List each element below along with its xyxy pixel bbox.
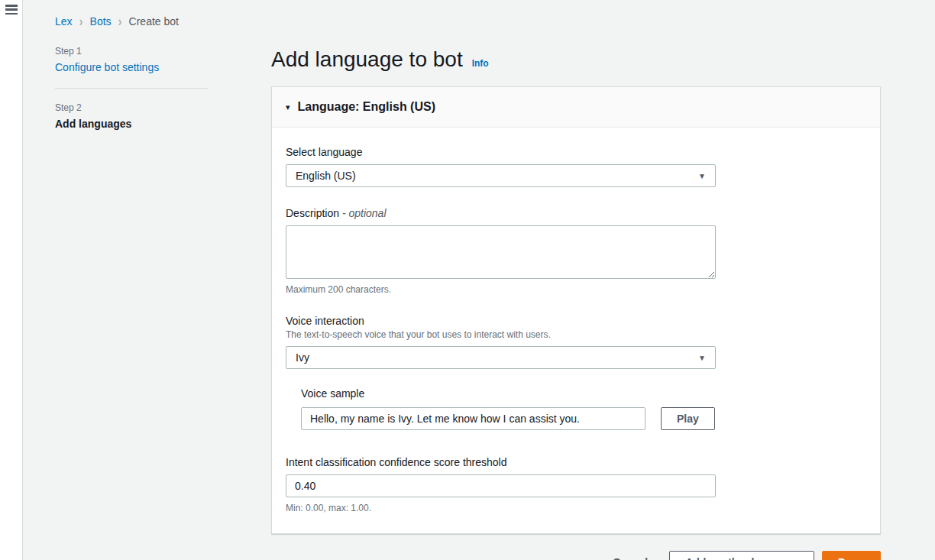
description-group: Description - optional Maximum 200 chara… [286,207,866,295]
voice-interaction-label: Voice interaction [286,315,866,327]
breadcrumb-lex[interactable]: Lex [55,15,73,28]
steps-divider [55,88,208,89]
main-content: Add language to bot Info ▾ Language: Eng… [271,0,881,560]
step-2: Step 2 Add languages [55,102,208,130]
page-title: Add language to bot [271,46,463,73]
voice-interaction-helper: The text-to-speech voice that your bot u… [286,329,866,340]
chevron-right-icon: › [79,13,83,29]
voice-sample-input[interactable] [301,407,645,430]
voice-sample-label: Voice sample [301,387,866,400]
cancel-button[interactable]: Cancel [613,556,648,560]
done-button[interactable]: Done [822,551,881,560]
description-optional-text: - optional [342,207,387,219]
play-button[interactable]: Play [661,407,715,430]
left-navigation-rail [0,0,23,560]
select-language-group: Select language English (US) ▼ [286,146,866,187]
language-section-body: Select language English (US) ▼ Descripti… [272,128,880,533]
language-section-header[interactable]: ▾ Language: English (US) [272,87,880,128]
step-2-number: Step 2 [55,102,208,113]
language-section-title: Language: English (US) [298,100,435,114]
threshold-helper: Min: 0.00, max: 1.00. [286,503,866,513]
step-1-number: Step 1 [55,46,208,57]
add-another-language-button[interactable]: Add another language [669,551,814,560]
select-language-dropdown[interactable]: English (US) ▼ [286,164,716,187]
select-language-label: Select language [286,146,866,158]
threshold-input[interactable] [286,474,716,497]
threshold-label: Intent classification confidence score t… [286,456,866,468]
description-label-text: Description [286,207,339,219]
info-link[interactable]: Info [472,58,489,69]
breadcrumb-current: Create bot [129,15,179,28]
description-textarea[interactable] [286,225,716,279]
voice-dropdown-value: Ivy [296,351,309,364]
footer-actions: Cancel Add another language Done [271,551,881,560]
description-label: Description - optional [286,207,866,219]
voice-dropdown[interactable]: Ivy ▼ [286,346,716,369]
voice-sample-row: Play [301,407,866,430]
steps-sidebar: Step 1 Configure bot settings Step 2 Add… [55,46,208,130]
hamburger-menu-icon[interactable] [5,5,18,15]
threshold-group: Intent classification confidence score t… [286,456,866,513]
app-window: Lex › Bots › Create bot Step 1 Configure… [0,0,935,560]
step-1: Step 1 Configure bot settings [55,46,208,73]
voice-sample-group: Voice sample Play [301,387,866,430]
step-2-current: Add languages [55,118,208,130]
dropdown-caret-icon: ▼ [698,172,706,180]
voice-interaction-group: Voice interaction The text-to-speech voi… [286,315,866,369]
breadcrumb: Lex › Bots › Create bot [55,15,179,28]
dropdown-caret-icon: ▼ [698,354,706,362]
collapse-caret-icon: ▾ [286,102,290,112]
chevron-right-icon: › [118,13,122,29]
step-1-link[interactable]: Configure bot settings [55,61,159,73]
select-language-value: English (US) [296,170,356,182]
page-title-row: Add language to bot Info [271,46,881,73]
language-card: ▾ Language: English (US) Select language… [271,86,881,534]
description-helper: Maximum 200 characters. [286,284,866,295]
breadcrumb-bots[interactable]: Bots [90,15,112,28]
